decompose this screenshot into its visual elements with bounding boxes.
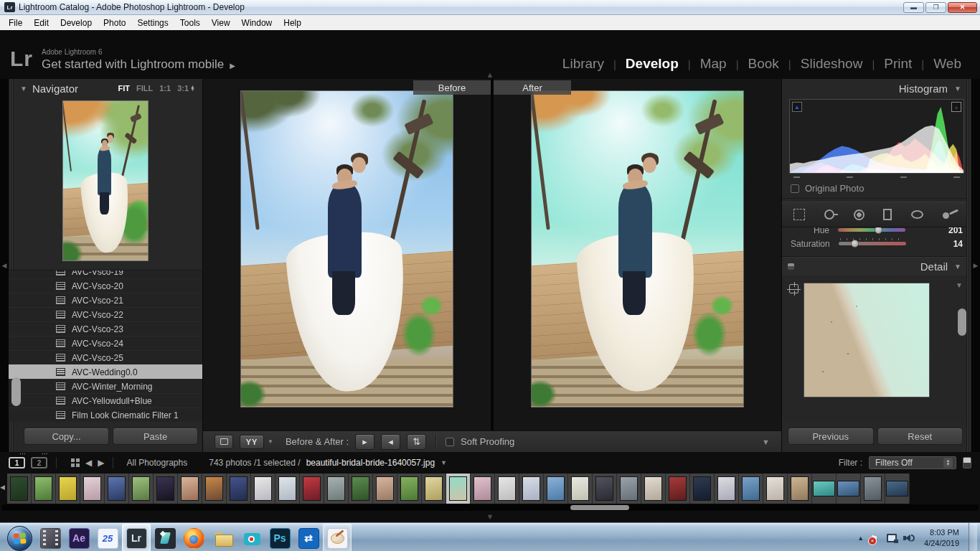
menu-item-file[interactable]: File	[3, 17, 28, 29]
filmstrip-thumbnail[interactable]	[275, 474, 300, 504]
minimize-button[interactable]: ▬	[903, 2, 924, 13]
filmstrip-thumbnail[interactable]	[154, 474, 178, 504]
right-panel-collapse-arrow[interactable]: ▶	[971, 79, 980, 452]
filmstrip-thumbnail[interactable]	[105, 474, 129, 504]
reset-button[interactable]: Reset	[877, 428, 963, 445]
tray-clock[interactable]: 8:03 PM 4/24/2019	[921, 527, 962, 549]
taskbar-app-ocam[interactable]	[237, 524, 265, 551]
filmstrip-thumbnail[interactable]	[568, 474, 593, 504]
menu-item-develop[interactable]: Develop	[55, 17, 98, 29]
copy-before-to-after-button[interactable]: ▸	[355, 434, 374, 450]
spot-removal-tool-icon[interactable]	[824, 209, 834, 220]
action-center-icon[interactable]: ⚑	[870, 533, 880, 544]
menu-item-view[interactable]: View	[206, 17, 236, 29]
filmstrip-thumbnail[interactable]	[739, 474, 763, 504]
left-panel-collapse-arrow[interactable]: ◀	[0, 79, 9, 452]
preset-item-avc-vsco-24[interactable]: AVC-Vsco-24	[9, 336, 202, 350]
before-after-view-button[interactable]: YY	[240, 435, 264, 449]
red-eye-tool-icon[interactable]	[854, 209, 864, 220]
filmstrip-thumbnail[interactable]	[422, 474, 446, 504]
view-mode-caret-icon[interactable]: ▼	[268, 438, 273, 445]
volume-icon[interactable]	[903, 534, 915, 542]
filmstrip-thumbnail[interactable]	[373, 474, 397, 504]
filmstrip-thumbnail[interactable]	[56, 474, 80, 504]
navigator-header[interactable]: ▼ Navigator FITFILL1:13:1 ▲▼	[9, 79, 202, 98]
menu-item-window[interactable]: Window	[236, 17, 278, 29]
filename-caret-icon[interactable]: ▼	[440, 459, 447, 466]
shadow-clipping-indicator[interactable]: ▲	[792, 102, 802, 112]
panel-switch-icon[interactable]	[788, 263, 794, 270]
close-button[interactable]: ✕	[948, 2, 977, 13]
navigator-thumbnail[interactable]	[62, 100, 149, 261]
filmstrip-thumbnail[interactable]	[227, 474, 251, 504]
filmstrip-thumbnail[interactable]	[397, 474, 422, 504]
hue-slider[interactable]	[838, 228, 905, 232]
detail-preview-caret-icon[interactable]: ▼	[956, 281, 963, 289]
preset-item-avc-vsco-19[interactable]: AVC-Vsco-19	[9, 270, 202, 278]
filmstrip-thumbnail[interactable]	[788, 474, 812, 504]
start-button[interactable]	[3, 523, 36, 551]
taskbar-app-lightroom[interactable]: Lr	[122, 524, 151, 551]
module-tab-slideshow[interactable]: |Slideshow	[779, 56, 863, 72]
module-tab-map[interactable]: |Map	[679, 56, 727, 72]
monitor-2-button[interactable]: 2	[31, 457, 47, 468]
filmstrip-thumbnail[interactable]	[666, 474, 690, 504]
menu-item-tools[interactable]: Tools	[174, 17, 206, 29]
before-photo[interactable]	[240, 90, 453, 408]
filmstrip-thumbnail[interactable]	[471, 474, 495, 504]
monitor-1-button[interactable]: 1	[9, 457, 25, 468]
filmstrip-thumbnail[interactable]	[837, 474, 861, 504]
radial-filter-tool-icon[interactable]	[911, 210, 923, 219]
saturation-value[interactable]: 14	[937, 239, 963, 249]
taskbar-app-proshow[interactable]: 25	[93, 524, 122, 551]
previous-photo-arrow-icon[interactable]: ◀	[85, 458, 92, 468]
network-icon[interactable]	[887, 534, 897, 542]
adjustment-brush-tool-icon[interactable]	[943, 209, 958, 220]
filmstrip-thumbnail[interactable]	[715, 474, 739, 504]
detail-zoom-target-icon[interactable]	[789, 284, 798, 293]
module-tab-web[interactable]: |Web	[912, 56, 961, 72]
zoom-level-fit[interactable]: FIT	[118, 84, 131, 93]
filter-toggle-switch[interactable]	[963, 457, 971, 468]
filmstrip-thumbnail[interactable]	[812, 474, 837, 504]
filmstrip-source-label[interactable]: All Photographs	[126, 458, 187, 468]
filmstrip-thumbnail[interactable]	[519, 474, 544, 504]
filmstrip-thumbnail[interactable]	[593, 474, 617, 504]
menu-item-photo[interactable]: Photo	[98, 17, 131, 29]
graduated-filter-tool-icon[interactable]	[883, 209, 892, 220]
saturation-slider[interactable]	[839, 242, 906, 245]
show-desktop-button[interactable]	[969, 523, 977, 551]
preset-item-avc-vsco-23[interactable]: AVC-Vsco-23	[9, 321, 202, 336]
filmstrip-scrollbar[interactable]	[1, 504, 979, 511]
preset-item-avc-vsco-25[interactable]: AVC-Vsco-25	[9, 350, 202, 364]
current-filename[interactable]: beautiful-bridal-bride-1640057.jpg	[306, 458, 435, 468]
identity-promo-text[interactable]: Get started with Lightroom mobile▶	[42, 57, 235, 72]
preset-item-avc-vsco-20[interactable]: AVC-Vsco-20	[9, 278, 202, 293]
original-photo-checkbox[interactable]	[791, 184, 799, 193]
taskbar-app-firefox[interactable]	[179, 524, 208, 551]
next-photo-arrow-icon[interactable]: ▶	[98, 458, 104, 468]
navigator-disclosure-icon[interactable]: ▼	[20, 85, 27, 93]
menu-item-edit[interactable]: Edit	[28, 17, 55, 29]
taskbar-app-photoshop[interactable]: Ps	[265, 524, 294, 551]
saturation-slider-thumb[interactable]	[851, 240, 859, 248]
right-panel-scrollbar-thumb[interactable]	[958, 309, 966, 336]
filmstrip-thumbnail[interactable]	[861, 474, 885, 504]
preset-item-avc-vsco-21[interactable]: AVC-Vsco-21	[9, 293, 202, 307]
filmstrip-thumbnail[interactable]	[763, 474, 788, 504]
histogram-header[interactable]: Histogram ▼	[782, 79, 971, 98]
preset-item-avc-vsco-22[interactable]: AVC-Vsco-22	[9, 307, 202, 321]
filmstrip-thumbnail[interactable]	[251, 474, 275, 504]
histogram-disclosure-icon[interactable]: ▼	[954, 85, 961, 93]
zoom-level-fill[interactable]: FILL	[136, 84, 153, 93]
copy-button[interactable]: Copy...	[24, 428, 109, 445]
previous-button[interactable]: Previous	[788, 428, 874, 445]
after-photo[interactable]	[531, 90, 744, 408]
filmstrip-thumbnail[interactable]	[885, 474, 910, 504]
taskbar-app-movie-app[interactable]	[36, 524, 65, 551]
taskbar-app-paint[interactable]	[323, 524, 352, 551]
highlight-clipping-indicator[interactable]: ▲	[951, 102, 961, 112]
top-panel-collapse-arrow[interactable]: ▲	[486, 70, 494, 79]
filmstrip-thumbnail[interactable]	[80, 474, 105, 504]
filmstrip-thumbnail[interactable]	[495, 474, 519, 504]
